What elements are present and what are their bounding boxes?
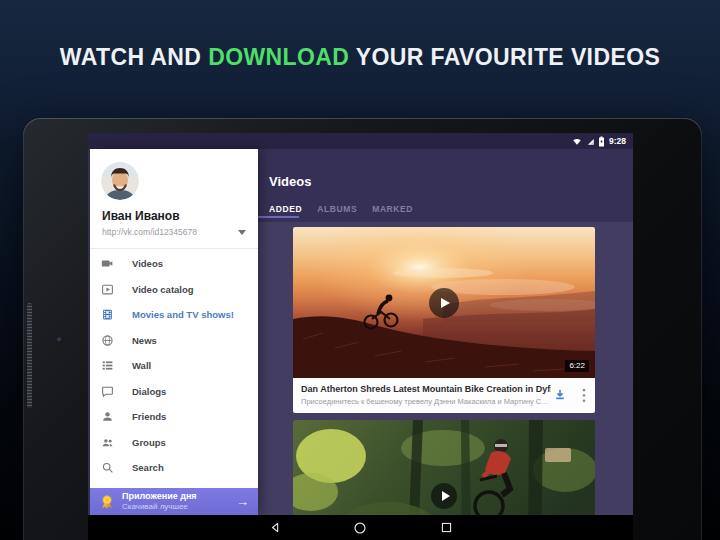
video-card[interactable]: 6:22 Dan Atherton Shreds Latest Mountain… bbox=[293, 227, 595, 413]
filmstrip-icon bbox=[101, 308, 114, 321]
headline-part2: YOUR FAVOURITE VIDEOS bbox=[349, 44, 660, 70]
tab-albums[interactable]: ALBUMS bbox=[317, 204, 357, 214]
status-bar: 9:28 bbox=[88, 133, 633, 149]
cellular-icon bbox=[585, 136, 595, 146]
banner-subtitle: Скачивай лучшее bbox=[122, 503, 229, 511]
banner-title: Приложение дня bbox=[122, 492, 229, 501]
video-card[interactable] bbox=[293, 420, 595, 515]
play-button[interactable] bbox=[431, 483, 457, 509]
duration-badge: 6:22 bbox=[565, 360, 589, 372]
app-of-the-day-banner[interactable]: Приложение дня Скачивай лучшее → bbox=[90, 488, 258, 515]
sidebar-item-label: Video catalog bbox=[132, 284, 194, 295]
video-info-bar: Dan Atherton Shreds Latest Mountain Bike… bbox=[293, 378, 595, 413]
headline: WATCH AND DOWNLOAD YOUR FAVOURITE VIDEOS bbox=[0, 44, 720, 71]
person-icon bbox=[101, 410, 114, 423]
people-icon bbox=[101, 436, 114, 449]
more-icon[interactable] bbox=[582, 388, 586, 403]
sidebar-item-label: Groups bbox=[132, 437, 166, 448]
video-description: Присоединитесь к бешеному тревелу Дэнни … bbox=[301, 397, 549, 406]
promo-screenshot: WATCH AND DOWNLOAD YOUR FAVOURITE VIDEOS… bbox=[0, 0, 720, 540]
tab-bar: ADDED ALBUMS MARKED bbox=[269, 204, 413, 214]
sidebar-item-label: Wall bbox=[132, 360, 151, 371]
user-photo bbox=[101, 162, 139, 200]
front-camera-dot bbox=[57, 337, 63, 343]
wall-list-icon bbox=[101, 359, 114, 372]
sidebar-item-groups[interactable]: Groups bbox=[90, 430, 258, 456]
chat-icon bbox=[101, 385, 114, 398]
sidebar-item-label: Friends bbox=[132, 411, 166, 422]
videocam-icon bbox=[101, 257, 114, 270]
sidebar-item-video-catalog[interactable]: Video catalog bbox=[90, 277, 258, 303]
battery-icon bbox=[598, 136, 605, 147]
drawer-menu: Videos Video catalog bbox=[90, 251, 258, 481]
home-icon[interactable] bbox=[353, 521, 367, 535]
sidebar-item-label: Dialogs bbox=[132, 386, 166, 397]
divider bbox=[90, 248, 258, 249]
arrow-right-icon[interactable]: → bbox=[236, 495, 249, 508]
back-icon[interactable] bbox=[269, 521, 282, 534]
clock-text: 9:28 bbox=[609, 137, 626, 146]
navigation-drawer: Иван Иванов http://vk.com/id12345678 Vid… bbox=[90, 149, 258, 515]
headline-highlight: DOWNLOAD bbox=[208, 44, 349, 70]
video-box-icon bbox=[101, 283, 114, 296]
sidebar-item-wall[interactable]: Wall bbox=[90, 353, 258, 379]
app-bar: Videos ADDED ALBUMS MARKED bbox=[258, 149, 633, 222]
video-list: 6:22 Dan Atherton Shreds Latest Mountain… bbox=[258, 222, 633, 515]
page-title: Videos bbox=[269, 174, 311, 189]
sidebar-item-label: Search bbox=[132, 462, 164, 473]
sidebar-item-dialogs[interactable]: Dialogs bbox=[90, 379, 258, 405]
recents-icon[interactable] bbox=[440, 521, 453, 534]
sidebar-item-movies-tv[interactable]: Movies and TV shows! bbox=[90, 302, 258, 328]
sidebar-item-label: Videos bbox=[132, 258, 163, 269]
wifi-icon bbox=[572, 136, 582, 146]
active-tab-underline bbox=[258, 216, 299, 218]
profile-url-row[interactable]: http://vk.com/id12345678 bbox=[102, 227, 246, 237]
medal-icon bbox=[99, 494, 115, 510]
video-thumbnail-forest-ride[interactable] bbox=[293, 420, 595, 515]
avatar[interactable] bbox=[101, 162, 139, 200]
profile-url: http://vk.com/id12345678 bbox=[102, 227, 197, 237]
globe-icon bbox=[101, 334, 114, 347]
headline-part1: WATCH AND bbox=[60, 44, 208, 70]
android-nav-bar bbox=[88, 515, 633, 540]
search-icon bbox=[101, 461, 114, 474]
video-thumbnail-sunset-ride[interactable]: 6:22 bbox=[293, 227, 595, 378]
sidebar-item-label: News bbox=[132, 335, 157, 346]
tab-marked[interactable]: MARKED bbox=[372, 204, 413, 214]
sidebar-item-label: Movies and TV shows! bbox=[132, 309, 234, 320]
sidebar-item-friends[interactable]: Friends bbox=[90, 404, 258, 430]
tab-added[interactable]: ADDED bbox=[269, 204, 302, 214]
dropdown-caret-icon[interactable] bbox=[238, 230, 246, 235]
profile-name: Иван Иванов bbox=[102, 209, 180, 223]
sidebar-item-search[interactable]: Search bbox=[90, 455, 258, 481]
sidebar-item-videos[interactable]: Videos bbox=[90, 251, 258, 277]
tablet-side-button bbox=[27, 303, 32, 408]
video-title: Dan Atherton Shreds Latest Mountain Bike… bbox=[301, 384, 551, 394]
download-icon[interactable] bbox=[553, 388, 567, 402]
tablet-screen: 9:28 Videos ADDED ALBUMS MARKED bbox=[88, 133, 633, 540]
sidebar-item-news[interactable]: News bbox=[90, 328, 258, 354]
banner-texts: Приложение дня Скачивай лучшее bbox=[122, 492, 229, 511]
play-button[interactable] bbox=[429, 288, 459, 318]
tablet-device-frame: 9:28 Videos ADDED ALBUMS MARKED bbox=[23, 118, 702, 540]
